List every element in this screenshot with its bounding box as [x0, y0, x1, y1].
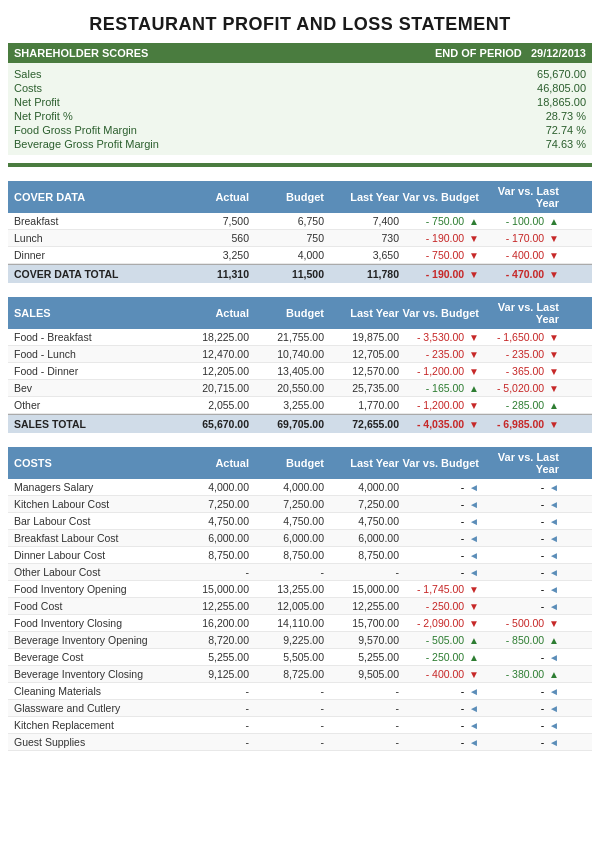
arrow-left-icon: ◄ — [469, 686, 479, 697]
row-varlastyear: - 170.00 ▼ — [479, 232, 559, 244]
row-varlastyear: - ◄ — [479, 481, 559, 493]
arrow-down-icon: ▼ — [469, 618, 479, 629]
row-varbudget: - 165.00 ▲ — [399, 382, 479, 394]
shareholder-row-label: Sales — [14, 68, 42, 80]
arrow-down-icon: ▼ — [549, 332, 559, 343]
row-actual: 4,000.00 — [174, 481, 249, 493]
row-budget: 5,505.00 — [249, 651, 324, 663]
row-budget: - — [249, 736, 324, 748]
arrow-down-icon: ▼ — [549, 250, 559, 261]
row-label: Beverage Cost — [14, 651, 174, 663]
row-lastyear: 7,250.00 — [324, 498, 399, 510]
arrow-up-icon: ▲ — [549, 400, 559, 411]
table-row: Other 2,055.00 3,255.00 1,770.00 - 1,200… — [8, 397, 592, 414]
cover-data-total: COVER DATA TOTAL 11,310 11,500 11,780 - … — [8, 264, 592, 283]
arrow-left-icon: ◄ — [549, 550, 559, 561]
row-lastyear: 25,735.00 — [324, 382, 399, 394]
arrow-left-icon: ◄ — [469, 703, 479, 714]
row-actual: 7,500 — [174, 215, 249, 227]
row-varlastyear: - 500.00 ▼ — [479, 617, 559, 629]
total-varbudget: - 190.00 ▼ — [399, 268, 479, 280]
row-varlastyear: - ◄ — [479, 719, 559, 731]
row-budget: 4,000 — [249, 249, 324, 261]
row-actual: - — [174, 566, 249, 578]
arrow-left-icon: ◄ — [549, 499, 559, 510]
table-row: Guest Supplies - - - - ◄ - ◄ — [8, 734, 592, 751]
row-budget: 9,225.00 — [249, 634, 324, 646]
row-actual: 18,225.00 — [174, 331, 249, 343]
row-budget: 6,750 — [249, 215, 324, 227]
arrow-down-icon: ▼ — [469, 400, 479, 411]
row-budget: 4,750.00 — [249, 515, 324, 527]
row-varlastyear: - 400.00 ▼ — [479, 249, 559, 261]
sales-total: SALES TOTAL 65,670.00 69,705.00 72,655.0… — [8, 414, 592, 433]
cover-data-rows: Breakfast 7,500 6,750 7,400 - 750.00 ▲ -… — [8, 213, 592, 264]
arrow-up-icon: ▲ — [549, 216, 559, 227]
row-label: Breakfast Labour Cost — [14, 532, 174, 544]
table-row: Cleaning Materials - - - - ◄ - ◄ — [8, 683, 592, 700]
total-label: COVER DATA TOTAL — [14, 268, 174, 280]
table-row: Breakfast 7,500 6,750 7,400 - 750.00 ▲ -… — [8, 213, 592, 230]
row-varbudget: - ◄ — [399, 719, 479, 731]
row-lastyear: 6,000.00 — [324, 532, 399, 544]
shareholder-body: Sales65,670.00Costs46,805.00Net Profit18… — [8, 63, 592, 155]
row-lastyear: 12,705.00 — [324, 348, 399, 360]
row-label: Other — [14, 399, 174, 411]
row-varlastyear: - 380.00 ▲ — [479, 668, 559, 680]
row-varbudget: - ◄ — [399, 532, 479, 544]
row-label: Breakfast — [14, 215, 174, 227]
table-row: Bev 20,715.00 20,550.00 25,735.00 - 165.… — [8, 380, 592, 397]
row-label: Cleaning Materials — [14, 685, 174, 697]
shareholder-label: SHAREHOLDER SCORES — [14, 47, 148, 59]
cover-data-header: COVER DATA Actual Budget Last Year Var v… — [8, 181, 592, 213]
row-varlastyear: - ◄ — [479, 583, 559, 595]
row-varlastyear: - ◄ — [479, 549, 559, 561]
row-actual: - — [174, 685, 249, 697]
sales-rows: Food - Breakfast 18,225.00 21,755.00 19,… — [8, 329, 592, 414]
row-varbudget: - ◄ — [399, 481, 479, 493]
row-budget: - — [249, 702, 324, 714]
page: RESTAURANT PROFIT AND LOSS STATEMENT SHA… — [0, 0, 600, 759]
shareholder-row: Net Profit %28.73 % — [14, 109, 586, 123]
total-label: SALES TOTAL — [14, 418, 174, 430]
arrow-left-icon: ◄ — [549, 516, 559, 527]
row-varbudget: - ◄ — [399, 685, 479, 697]
row-varbudget: - 1,200.00 ▼ — [399, 365, 479, 377]
shareholder-row-value: 18,865.00 — [466, 96, 586, 108]
row-lastyear: 4,750.00 — [324, 515, 399, 527]
arrow-down-icon: ▼ — [469, 332, 479, 343]
row-lastyear: - — [324, 685, 399, 697]
row-label: Other Labour Cost — [14, 566, 174, 578]
shareholder-row-value: 46,805.00 — [466, 82, 586, 94]
shareholder-row-label: Food Gross Profit Margin — [14, 124, 137, 136]
row-varlastyear: - 235.00 ▼ — [479, 348, 559, 360]
arrow-left-icon: ◄ — [549, 533, 559, 544]
row-budget: 13,405.00 — [249, 365, 324, 377]
row-budget: 3,255.00 — [249, 399, 324, 411]
table-row: Lunch 560 750 730 - 190.00 ▼ - 170.00 ▼ — [8, 230, 592, 247]
table-row: Kitchen Labour Cost 7,250.00 7,250.00 7,… — [8, 496, 592, 513]
row-label: Beverage Inventory Closing — [14, 668, 174, 680]
row-label: Food - Breakfast — [14, 331, 174, 343]
shareholder-row: Food Gross Profit Margin72.74 % — [14, 123, 586, 137]
table-row: Food Cost 12,255.00 12,005.00 12,255.00 … — [8, 598, 592, 615]
row-actual: 12,205.00 — [174, 365, 249, 377]
row-budget: - — [249, 685, 324, 697]
total-varlastyear: - 470.00 ▼ — [479, 268, 559, 280]
arrow-left-icon: ◄ — [469, 533, 479, 544]
row-varbudget: - ◄ — [399, 566, 479, 578]
costs-header: COSTS Actual Budget Last Year Var vs. Bu… — [8, 447, 592, 479]
row-actual: 8,750.00 — [174, 549, 249, 561]
row-lastyear: 730 — [324, 232, 399, 244]
row-budget: 4,000.00 — [249, 481, 324, 493]
row-varbudget: - 190.00 ▼ — [399, 232, 479, 244]
row-label: Glassware and Cutlery — [14, 702, 174, 714]
row-lastyear: 9,505.00 — [324, 668, 399, 680]
arrow-left-icon: ◄ — [469, 567, 479, 578]
row-lastyear: 7,400 — [324, 215, 399, 227]
row-varlastyear: - ◄ — [479, 651, 559, 663]
row-label: Lunch — [14, 232, 174, 244]
total-varlastyear: - 6,985.00 ▼ — [479, 418, 559, 430]
row-varbudget: - 505.00 ▲ — [399, 634, 479, 646]
row-lastyear: - — [324, 719, 399, 731]
